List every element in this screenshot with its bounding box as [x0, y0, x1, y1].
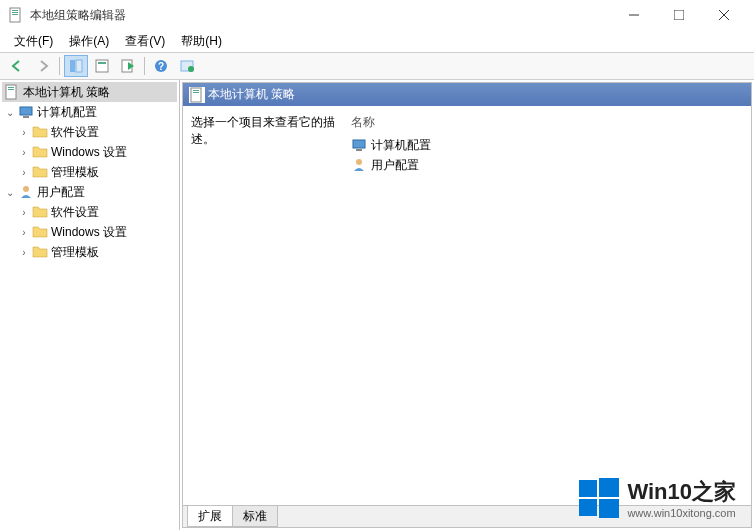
toolbar-separator [59, 57, 60, 75]
expand-toggle[interactable]: › [18, 206, 30, 218]
svg-rect-32 [599, 499, 619, 518]
folder-icon [32, 164, 48, 180]
svg-rect-19 [8, 89, 14, 90]
svg-rect-8 [70, 60, 75, 72]
tree-windows-settings[interactable]: › Windows 设置 [2, 142, 177, 162]
list-item-label: 用户配置 [371, 157, 419, 174]
tree-item-label: 软件设置 [51, 204, 99, 221]
computer-icon [18, 104, 34, 120]
export-icon [120, 58, 136, 74]
expand-toggle[interactable]: › [18, 146, 30, 158]
toolbar-separator [144, 57, 145, 75]
expand-toggle[interactable]: ⌄ [4, 186, 16, 198]
user-icon [351, 157, 367, 173]
tree-admin-templates[interactable]: › 管理模板 [2, 242, 177, 262]
filter-button[interactable] [175, 55, 199, 77]
tree-user-label: 用户配置 [37, 184, 85, 201]
svg-rect-24 [193, 90, 199, 91]
description-text: 选择一个项目来查看它的描述。 [191, 114, 351, 497]
svg-rect-21 [23, 116, 29, 118]
back-button[interactable] [5, 55, 29, 77]
svg-rect-31 [579, 499, 597, 516]
tree-windows-settings[interactable]: › Windows 设置 [2, 222, 177, 242]
policy-icon [4, 84, 20, 100]
list-item-computer[interactable]: 计算机配置 [351, 135, 743, 155]
policy-icon [189, 87, 205, 103]
tree-software-settings[interactable]: › 软件设置 [2, 202, 177, 222]
svg-rect-3 [12, 14, 18, 15]
tree-panel[interactable]: 本地计算机 策略 ⌄ 计算机配置 › 软件设置 › Windows 设置 › 管… [0, 80, 180, 530]
menu-bar: 文件(F) 操作(A) 查看(V) 帮助(H) [0, 30, 754, 52]
expand-toggle[interactable]: › [18, 166, 30, 178]
folder-icon [32, 204, 48, 220]
tree-root[interactable]: 本地计算机 策略 [2, 82, 177, 102]
folder-icon [32, 124, 48, 140]
svg-rect-9 [76, 60, 82, 72]
svg-rect-10 [96, 60, 108, 72]
folder-icon [32, 224, 48, 240]
close-button[interactable] [701, 0, 746, 30]
svg-rect-30 [599, 478, 619, 497]
help-button[interactable]: ? [149, 55, 173, 77]
details-header: 本地计算机 策略 [183, 83, 751, 106]
tree-admin-templates[interactable]: › 管理模板 [2, 162, 177, 182]
show-tree-button[interactable] [64, 55, 88, 77]
details-panel: 本地计算机 策略 选择一个项目来查看它的描述。 名称 计算机配置 用户配置 扩展… [182, 82, 752, 528]
tree-item-label: 管理模板 [51, 164, 99, 181]
tree-software-settings[interactable]: › 软件设置 [2, 122, 177, 142]
svg-rect-29 [579, 480, 597, 497]
svg-point-22 [23, 186, 29, 192]
svg-rect-1 [12, 10, 18, 11]
svg-rect-18 [8, 87, 14, 88]
list-item-label: 计算机配置 [371, 137, 431, 154]
windows-logo-icon [577, 476, 621, 520]
tree-view-icon [68, 58, 84, 74]
column-header-name[interactable]: 名称 [351, 114, 743, 135]
maximize-button[interactable] [656, 0, 701, 30]
svg-rect-20 [20, 107, 32, 115]
forward-button[interactable] [31, 55, 55, 77]
folder-icon [32, 244, 48, 260]
expand-toggle[interactable]: › [18, 126, 30, 138]
tree-item-label: Windows 设置 [51, 144, 127, 161]
maximize-icon [674, 10, 684, 20]
window-controls [611, 0, 746, 30]
svg-rect-2 [12, 12, 18, 13]
forward-icon [35, 58, 51, 74]
tree-computer-config[interactable]: ⌄ 计算机配置 [2, 102, 177, 122]
menu-help[interactable]: 帮助(H) [173, 31, 230, 52]
minimize-icon [629, 10, 639, 20]
content-area: 本地计算机 策略 ⌄ 计算机配置 › 软件设置 › Windows 设置 › 管… [0, 80, 754, 530]
help-icon: ? [153, 58, 169, 74]
minimize-button[interactable] [611, 0, 656, 30]
svg-rect-27 [356, 149, 362, 151]
tree-item-label: 软件设置 [51, 124, 99, 141]
menu-file[interactable]: 文件(F) [6, 31, 61, 52]
svg-rect-5 [674, 10, 684, 20]
watermark-title: Win10之家 [627, 477, 736, 507]
menu-action[interactable]: 操作(A) [61, 31, 117, 52]
svg-point-16 [188, 66, 194, 72]
svg-rect-11 [98, 62, 106, 64]
toolbar: ? [0, 52, 754, 80]
title-bar: 本地组策略编辑器 [0, 0, 754, 30]
tree-user-config[interactable]: ⌄ 用户配置 [2, 182, 177, 202]
tab-extended[interactable]: 扩展 [187, 506, 233, 527]
item-list: 名称 计算机配置 用户配置 [351, 114, 743, 497]
tree-item-label: Windows 设置 [51, 224, 127, 241]
app-icon [8, 7, 24, 23]
tab-standard[interactable]: 标准 [232, 506, 278, 527]
window-title: 本地组策略编辑器 [30, 7, 611, 24]
svg-rect-26 [353, 140, 365, 148]
export-button[interactable] [116, 55, 140, 77]
computer-icon [351, 137, 367, 153]
expand-toggle[interactable]: › [18, 226, 30, 238]
menu-view[interactable]: 查看(V) [117, 31, 173, 52]
tree-computer-label: 计算机配置 [37, 104, 97, 121]
tree-root-label: 本地计算机 策略 [23, 84, 110, 101]
properties-button[interactable] [90, 55, 114, 77]
expand-toggle[interactable]: ⌄ [4, 106, 16, 118]
details-body: 选择一个项目来查看它的描述。 名称 计算机配置 用户配置 [183, 106, 751, 505]
expand-toggle[interactable]: › [18, 246, 30, 258]
list-item-user[interactable]: 用户配置 [351, 155, 743, 175]
